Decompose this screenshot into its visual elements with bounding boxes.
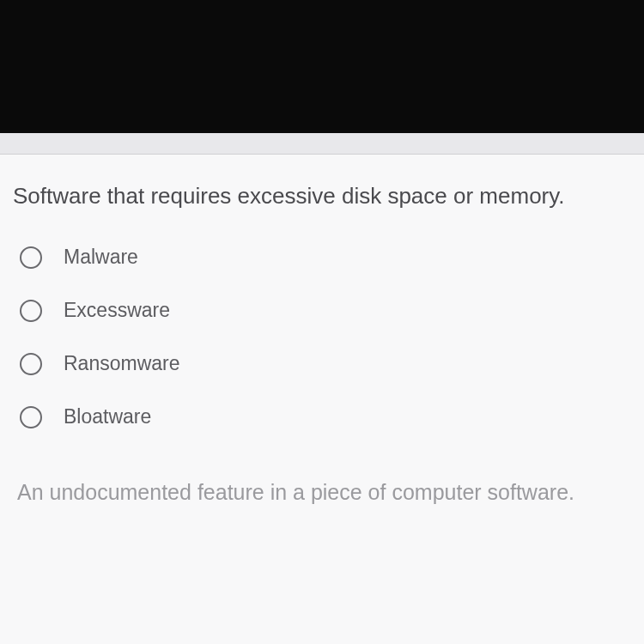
radio-icon <box>20 353 42 375</box>
radio-icon <box>20 406 42 428</box>
top-black-bar <box>0 0 644 133</box>
option-label: Excessware <box>64 299 170 322</box>
radio-icon <box>20 300 42 322</box>
option-label: Bloatware <box>64 405 151 428</box>
quiz-content: Software that requires excessive disk sp… <box>0 155 644 644</box>
option-label: Malware <box>64 246 138 269</box>
radio-icon <box>20 246 42 269</box>
question-prompt: Software that requires excessive disk sp… <box>13 180 631 211</box>
option-label: Ransomware <box>64 352 180 375</box>
option-ransomware[interactable]: Ransomware <box>13 352 631 375</box>
next-question-preview: An undocumented feature in a piece of co… <box>13 480 631 505</box>
option-malware[interactable]: Malware <box>13 246 631 269</box>
window-toolbar <box>0 133 644 155</box>
option-excessware[interactable]: Excessware <box>13 299 631 322</box>
option-bloatware[interactable]: Bloatware <box>13 405 631 428</box>
